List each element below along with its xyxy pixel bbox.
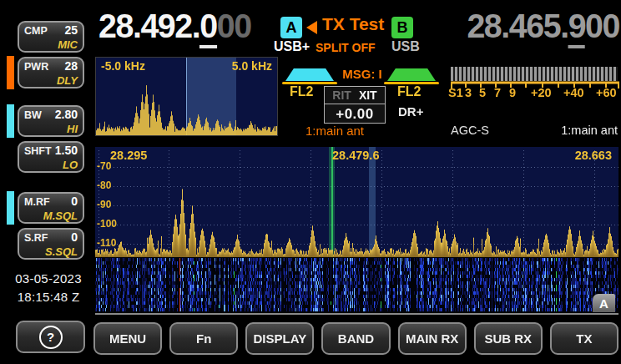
menu-button[interactable]: MENU (93, 322, 162, 355)
main-rf-sub-label: M.SQL (43, 210, 78, 222)
sub-rx-filter-shape[interactable] (387, 68, 436, 81)
sub-antenna-status[interactable]: 1:main ant (534, 124, 618, 137)
s-meter-segments (451, 67, 618, 81)
s-meter-label-40: +40 (563, 86, 584, 99)
vfo-a-badge[interactable]: A (280, 17, 302, 38)
main-antenna-status[interactable]: 1:main ant (305, 124, 364, 138)
rit-label[interactable]: RIT (332, 88, 351, 102)
main-rx-filter-shape[interactable] (285, 68, 334, 81)
pwr-label: PWR (24, 61, 48, 73)
mini-span-right-label: 5.0 kHz (232, 59, 272, 73)
main-spectrum-panel[interactable]: 28.295 28.479.6 28.663 -70 -80 -90 -100 … (95, 147, 618, 315)
cmp-sub-label: MIC (58, 38, 78, 51)
main-rf-label: M.RF (24, 196, 50, 209)
db-label-70: -70 (97, 160, 111, 172)
cmp-value: 25 (64, 24, 78, 37)
bw-sub-label: HI (67, 123, 78, 135)
main-filter-passband-icon (285, 68, 334, 81)
vfo-a-frequency[interactable]: 28.492.000 (98, 7, 251, 46)
sub-rx-button[interactable]: SUB RX (474, 322, 543, 355)
s-meter-label-3: 3 (465, 86, 472, 99)
pwr-sub-label: DLY (57, 74, 78, 87)
cmp-label: CMP (24, 25, 48, 38)
pwr-accent-bar (7, 56, 14, 89)
bw-control-button[interactable]: BW2.80 HI (18, 105, 84, 137)
sub-rf-label: S.RF (24, 232, 48, 245)
spectrum-freq-right-label: 28.663 (575, 149, 612, 162)
tx-button[interactable]: TX (550, 322, 618, 355)
db-label-100: -100 (97, 218, 117, 230)
split-status[interactable]: SPLIT OFF (316, 41, 376, 54)
rit-xit-offset: +0.00 (325, 104, 385, 124)
agc-status[interactable]: AGC-S (451, 124, 489, 137)
cmp-control-button[interactable]: CMP25 MIC (18, 21, 84, 53)
vfo-a-freq-bright: 28.492. (98, 7, 199, 45)
bottom-toolbar: MENU Fn DISPLAY BAND MAIN RX SUB RX TX (93, 322, 618, 355)
main-rf-value: 0 (71, 195, 78, 208)
sub-rf-control-button[interactable]: S.RF0 S.SQL (18, 228, 84, 260)
s-meter-label-60: +60 (596, 86, 617, 99)
sub-rf-sub-label: S.SQL (45, 245, 78, 258)
bw-accent-bar (7, 104, 14, 138)
s-meter-label-s1: S1 (448, 86, 463, 99)
vfo-b-badge[interactable]: B (391, 17, 413, 38)
vfo-b-freq-tuning-digit: 9 (568, 7, 585, 48)
vfo-b-mode[interactable]: USB (391, 39, 420, 54)
message-bank-status[interactable]: MSG: I (332, 67, 392, 81)
display-button[interactable]: DISPLAY (245, 322, 314, 355)
vfo-b-frequency[interactable]: 28.465.900 (451, 7, 619, 46)
band-button[interactable]: BAND (321, 322, 390, 355)
spectrum-waterfall-canvas (95, 147, 618, 313)
bw-label: BW (24, 109, 42, 122)
db-label-90: -90 (97, 199, 111, 210)
pwr-control-button[interactable]: PWR28 DLY (18, 57, 84, 88)
db-label-80: -80 (97, 179, 111, 191)
sub-filter-passband-icon (387, 68, 436, 81)
mrf-accent-bar (7, 191, 14, 225)
sub-rf-value: 0 (71, 231, 78, 244)
vfo-a-mode[interactable]: USB+ (274, 39, 310, 54)
bw-value: 2.80 (55, 109, 78, 121)
db-label-110: -110 (97, 237, 116, 249)
time-display: 18:15:48 Z (5, 290, 92, 304)
vfo-a-freq-tuning-digit: 0 (199, 7, 216, 48)
mini-spectrum-panel[interactable]: -5.0 kHz 5.0 kHz (95, 57, 278, 136)
vfo-a-freq-dim: 00 (217, 7, 251, 45)
tx-test-indicator[interactable]: TX Test (322, 14, 384, 34)
xit-label[interactable]: XIT (359, 88, 377, 102)
pwr-value: 28 (64, 60, 78, 73)
rit-xit-control[interactable]: RIT XIT +0.00 (324, 86, 386, 124)
help-button[interactable]: ? (16, 321, 85, 353)
s-meter-label-7: 7 (494, 86, 501, 99)
main-filter-label: FL2 (290, 84, 313, 99)
rx-a-corner-badge[interactable]: A (593, 294, 615, 312)
tx-direction-arrow-icon (306, 21, 317, 34)
s-meter-label-20: +20 (531, 86, 552, 99)
main-rx-button[interactable]: MAIN RX (398, 322, 467, 355)
transceiver-screen: CMP25 MIC PWR28 DLY BW2.80 HI SHFT1.50 L… (0, 0, 621, 364)
date-display: 03-05-2023 (5, 271, 92, 286)
spectrum-freq-left-label: 28.295 (110, 149, 147, 162)
help-icon: ? (39, 326, 63, 349)
vfo-b-freq-prefix: 28.465. (467, 7, 568, 45)
sub-filter-label: FL2 (397, 84, 421, 99)
spectrum-freq-center-label: 28.479.6 (332, 149, 379, 162)
main-rf-control-button[interactable]: M.RF0 M.SQL (18, 192, 84, 224)
shft-sub-label: LO (63, 159, 78, 171)
mini-span-left-label: -5.0 kHz (101, 59, 145, 73)
s-meter-label-5: 5 (479, 86, 486, 99)
shft-control-button[interactable]: SHFT1.50 LO (18, 141, 84, 173)
shft-label: SHFT (24, 145, 52, 158)
vfo-b-freq-suffix: 00 (585, 7, 619, 45)
s-meter-label-9: 9 (509, 86, 516, 99)
fn-button[interactable]: Fn (169, 322, 238, 355)
diversity-mode-status[interactable]: DR+ (398, 104, 423, 119)
shft-value: 1.50 (55, 144, 78, 157)
